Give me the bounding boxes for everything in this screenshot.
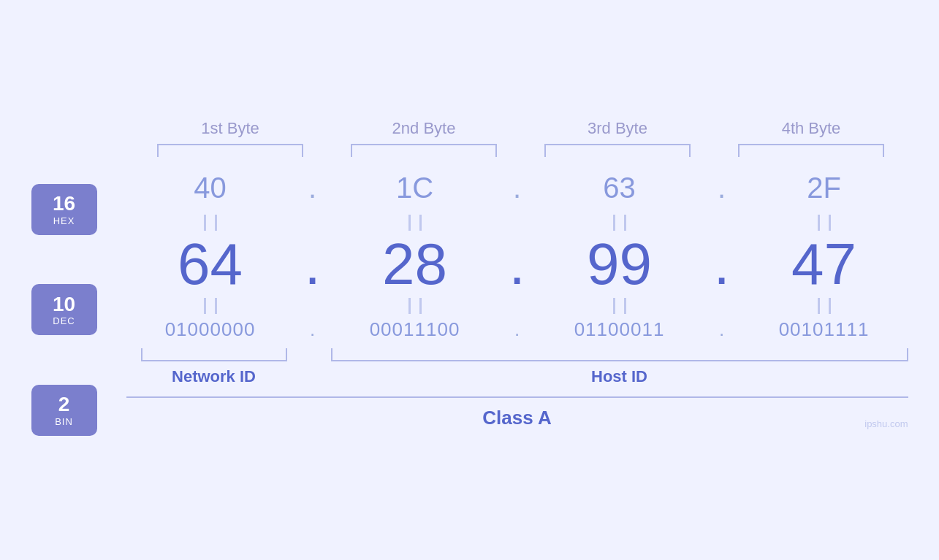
network-id-label: Network ID	[172, 367, 256, 386]
network-id-bracket	[141, 348, 287, 361]
dec-val-3: 99	[539, 235, 700, 294]
dec-badge: 10 DEC	[31, 284, 97, 335]
hex-row: 40 . 1C . 63 . 2F	[126, 172, 908, 204]
values-area: 40 . 1C . 63 . 2F	[126, 172, 908, 429]
hex-val-2: 1C	[335, 172, 495, 204]
top-bracket-3	[544, 144, 691, 157]
network-id-section: Network ID	[126, 348, 302, 386]
bin-val-1: 01000000	[130, 318, 291, 341]
hex-dot-2: .	[503, 172, 532, 204]
main-container: 1st Byte 2nd Byte 3rd Byte 4th Byte 16 H…	[31, 119, 908, 442]
dec-dot-2: .	[503, 235, 532, 294]
parallel-4	[744, 215, 905, 231]
watermark: ipshu.com	[864, 418, 908, 429]
bin-dot-2: .	[503, 318, 532, 341]
bin-val-4: 00101111	[744, 318, 905, 341]
top-bracket-2	[351, 144, 497, 157]
byte-label-1: 1st Byte	[150, 119, 311, 138]
bases-column: 16 HEX 10 DEC 2 BIN	[31, 172, 126, 442]
hex-dot-1: .	[298, 172, 327, 204]
top-bracket-1	[157, 144, 303, 157]
bin-val-2: 00011100	[335, 318, 495, 341]
byte-label-3: 3rd Byte	[537, 119, 698, 138]
hex-base-num: 16	[53, 193, 75, 215]
hex-val-1: 40	[130, 172, 291, 204]
host-id-bracket	[331, 348, 908, 361]
hex-dot-3: .	[707, 172, 737, 204]
dec-base-name: DEC	[53, 315, 75, 326]
dec-row: 64 . 28 . 99 . 47	[126, 235, 908, 294]
bin-dot-3: .	[707, 318, 737, 341]
top-bracket-4	[738, 144, 884, 157]
top-brackets	[31, 144, 908, 157]
dec-dot-3: .	[707, 235, 737, 294]
dec-val-2: 28	[335, 235, 495, 294]
class-row: Class A ipshu.com	[126, 396, 908, 429]
parallel-3	[539, 215, 700, 231]
dec-base-num: 10	[53, 294, 75, 316]
bin-dot-1: .	[298, 318, 327, 341]
bin-base-num: 2	[58, 394, 70, 416]
bottom-brackets: Network ID Host ID	[126, 348, 908, 386]
hex-badge: 16 HEX	[31, 184, 97, 235]
hex-val-3: 63	[539, 172, 700, 204]
host-id-section: Host ID	[331, 348, 908, 386]
parallel-1	[130, 215, 291, 231]
byte-label-4: 4th Byte	[731, 119, 892, 138]
parallel-row-2	[126, 294, 908, 318]
class-label: Class A	[482, 407, 551, 429]
byte-labels-row: 1st Byte 2nd Byte 3rd Byte 4th Byte	[31, 119, 908, 138]
dec-dot-1: .	[298, 235, 327, 294]
dec-val-4: 47	[744, 235, 905, 294]
hex-base-name: HEX	[53, 215, 75, 226]
bin-val-3: 01100011	[539, 318, 700, 341]
bin-row: 01000000 . 00011100 . 01100011 .	[126, 318, 908, 341]
hex-val-4: 2F	[744, 172, 905, 204]
host-id-label: Host ID	[591, 367, 647, 386]
parallel-2	[335, 215, 495, 231]
dec-val-1: 64	[130, 235, 291, 294]
bin-base-name: BIN	[55, 416, 73, 427]
byte-label-2: 2nd Byte	[343, 119, 504, 138]
bin-badge: 2 BIN	[31, 385, 97, 436]
